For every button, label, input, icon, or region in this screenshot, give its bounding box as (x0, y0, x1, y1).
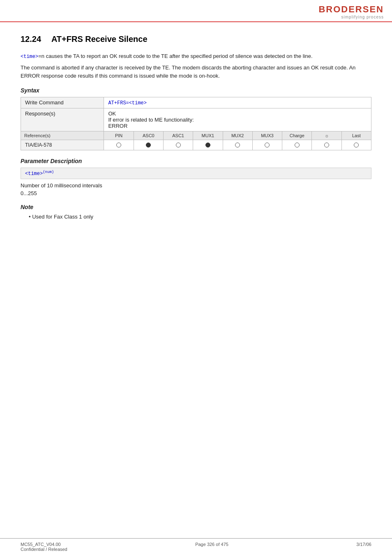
intro-line1: <time>=n causes the TA to report an OK r… (21, 52, 371, 60)
mux2-val (223, 140, 252, 150)
col-mux1: MUX1 (193, 131, 223, 140)
logo-subtitle: simplifying process (318, 15, 384, 19)
section-name: AT+FRS Receive Silence (51, 35, 148, 44)
pin-circle (116, 143, 121, 147)
reference-value: TIA/EIA-578 (21, 140, 104, 150)
footer-right: 3/17/06 (356, 542, 371, 552)
note-label: Note (21, 204, 371, 210)
write-command-label: Write Command (21, 97, 104, 108)
mux3-val (252, 140, 282, 150)
syntax-label: Syntax (21, 87, 371, 94)
footer-left: MC55_ATC_V04.00 Confidential / Released (21, 542, 67, 552)
charge-val (282, 140, 312, 150)
col-mux3: MUX3 (252, 131, 282, 140)
last-circle (354, 143, 359, 147)
footer-page: Page 326 of 475 (195, 542, 228, 547)
col-asc1: ASC1 (163, 131, 193, 140)
asc1-circle (176, 143, 181, 147)
param-type-sup: (num) (43, 170, 54, 174)
param-box: <time>(num) (21, 168, 371, 179)
asc1-val (163, 140, 193, 150)
logo-text: BRODERSEN (318, 4, 384, 15)
charge-circle (295, 143, 300, 147)
note-item-1: Used for Fax Class 1 only (29, 214, 371, 220)
col-last: Last (341, 131, 371, 140)
main-content: 12.24 AT+FRS Receive Silence <time>=n ca… (0, 22, 392, 538)
pin-val (104, 140, 134, 150)
intro-line2: The command is aborted if any character … (21, 64, 371, 80)
time-tag-1: <time> (21, 54, 38, 60)
response-value: OK If error is related to ME functionali… (104, 108, 371, 131)
mux1-val (193, 140, 223, 150)
reference-header-row: Reference(s) PIN ASC0 ASC1 MUX1 MUX2 MUX… (21, 131, 371, 140)
response-label: Response(s) (21, 108, 104, 131)
asc0-circle (146, 143, 151, 147)
write-command-code: AT+FRS=<time> (108, 100, 147, 106)
section-number: 12.24 (21, 35, 41, 44)
col-charge: Charge (282, 131, 312, 140)
footer-date: 3/17/06 (356, 542, 371, 547)
reference-col-label: Reference(s) (21, 131, 104, 140)
icon-circle (324, 143, 329, 147)
asc0-val (134, 140, 163, 150)
footer-center: Page 326 of 475 (195, 542, 228, 552)
mux2-circle (235, 143, 240, 147)
col-asc0: ASC0 (134, 131, 163, 140)
param-section-label: Parameter Description (21, 158, 371, 164)
page-header: BRODERSEN simplifying process (0, 0, 392, 22)
response-row: Response(s) OK If error is related to ME… (21, 108, 371, 131)
reference-data-row: TIA/EIA-578 (21, 140, 371, 150)
col-pin: PIN (104, 131, 134, 140)
write-command-row: Write Command AT+FRS=<time> (21, 97, 371, 108)
param-name: <time> (25, 171, 43, 177)
footer-doc-id: MC55_ATC_V04.00 (21, 542, 61, 547)
col-icon: ☼ (312, 131, 341, 140)
section-title: 12.24 AT+FRS Receive Silence (21, 35, 371, 44)
col-mux2: MUX2 (223, 131, 252, 140)
syntax-table: Write Command AT+FRS=<time> Response(s) … (21, 97, 371, 150)
logo-area: BRODERSEN simplifying process (318, 4, 384, 19)
last-val (341, 140, 371, 150)
param-description: Number of 10 millisecond intervals (21, 182, 371, 189)
write-command-value: AT+FRS=<time> (104, 97, 371, 108)
page-footer: MC55_ATC_V04.00 Confidential / Released … (0, 538, 392, 555)
param-range: 0...255 (21, 190, 371, 196)
footer-status: Confidential / Released (21, 547, 67, 552)
icon-val (312, 140, 341, 150)
mux3-circle (265, 143, 270, 147)
mux1-circle (205, 143, 210, 147)
